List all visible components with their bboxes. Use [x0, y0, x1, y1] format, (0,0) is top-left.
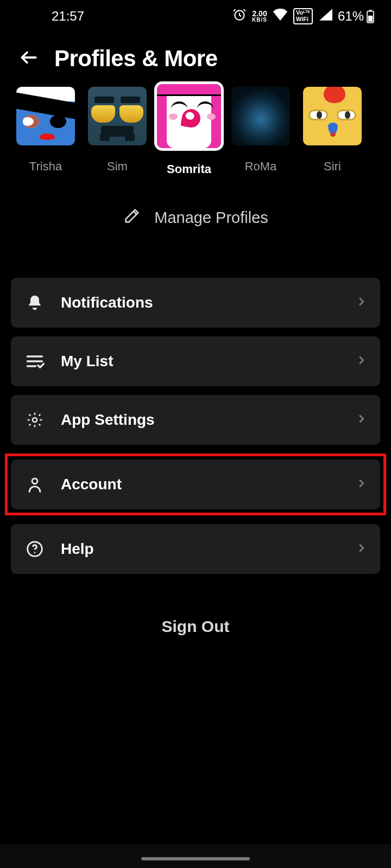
wifi-icon — [273, 9, 288, 24]
back-icon[interactable] — [18, 47, 39, 70]
pencil-icon — [123, 207, 141, 229]
alarm-icon — [232, 8, 247, 25]
avatar — [88, 87, 147, 145]
status-time: 21:57 — [52, 9, 84, 24]
person-icon — [24, 476, 46, 493]
chevron-right-icon — [355, 477, 367, 492]
svg-rect-3 — [368, 16, 373, 22]
svg-point-5 — [32, 478, 37, 484]
profile-label: Trisha — [29, 159, 62, 174]
network-speed: 2.00 KB/S — [252, 10, 267, 23]
profile-roma[interactable]: RoMa — [231, 87, 290, 176]
status-bar: 21:57 2.00 KB/S VoLTEWiFi 61% — [0, 0, 391, 33]
menu-help[interactable]: Help — [11, 524, 380, 574]
menu-label: Help — [61, 540, 94, 558]
help-icon — [24, 540, 46, 558]
sign-out-button[interactable]: Sign Out — [0, 617, 391, 636]
svg-point-4 — [33, 418, 37, 422]
vowifi-badge: VoLTEWiFi — [293, 8, 313, 24]
gesture-handle[interactable] — [141, 857, 250, 860]
settings-menu: Notifications My List App Settings — [0, 278, 391, 574]
profile-label: Sim — [107, 159, 128, 174]
profile-label: RoMa — [245, 159, 277, 174]
profile-somrita[interactable]: Somrita — [157, 87, 221, 176]
menu-account[interactable]: Account — [11, 459, 380, 509]
highlight-box: Account — [5, 454, 386, 515]
bell-icon — [24, 294, 46, 311]
manage-profiles-label: Manage Profiles — [154, 209, 268, 227]
profile-trisha[interactable]: Trisha — [16, 87, 75, 176]
svg-rect-2 — [369, 10, 372, 11]
chevron-right-icon — [355, 296, 367, 310]
manage-profiles-button[interactable]: Manage Profiles — [0, 207, 391, 229]
profile-switcher: Trisha Sim Somrita RoMa Siri — [0, 87, 391, 176]
header: Profiles & More — [0, 33, 391, 87]
avatar — [157, 84, 221, 148]
menu-app-settings[interactable]: App Settings — [11, 395, 380, 445]
menu-label: My List — [61, 353, 113, 370]
list-icon — [24, 353, 46, 369]
profile-siri[interactable]: Siri — [303, 87, 362, 176]
chevron-right-icon — [355, 542, 367, 556]
profile-label: Somrita — [167, 162, 211, 176]
signal-icon — [318, 9, 332, 24]
avatar — [303, 87, 362, 145]
system-nav-bar — [0, 844, 391, 868]
battery-indicator: 61% — [338, 9, 375, 24]
menu-label: Account — [61, 476, 122, 493]
menu-notifications[interactable]: Notifications — [11, 278, 380, 328]
chevron-right-icon — [355, 354, 367, 368]
page-title: Profiles & More — [54, 46, 218, 72]
menu-label: Notifications — [61, 294, 153, 311]
profile-sim[interactable]: Sim — [88, 87, 147, 176]
gear-icon — [24, 411, 46, 429]
profile-label: Siri — [324, 159, 341, 174]
svg-point-7 — [34, 552, 36, 553]
menu-label: App Settings — [61, 411, 155, 429]
chevron-right-icon — [355, 413, 367, 427]
menu-my-list[interactable]: My List — [11, 336, 380, 386]
avatar — [231, 87, 290, 145]
avatar — [16, 87, 75, 145]
